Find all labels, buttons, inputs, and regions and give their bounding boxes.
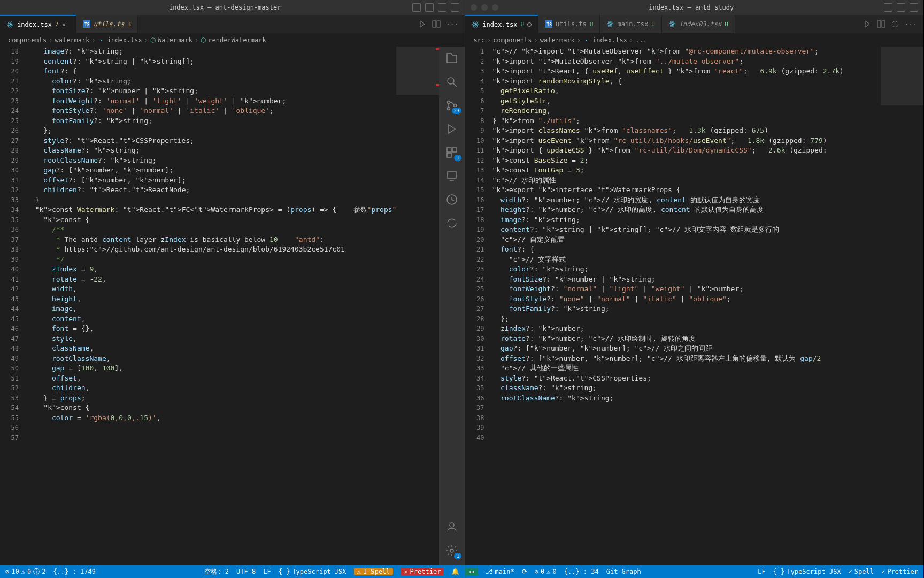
editor-left[interactable]: 1819202122232425262728293031323334353637…	[0, 47, 439, 565]
breadcrumb-item[interactable]: index.tsx	[592, 36, 627, 44]
spaces-item[interactable]: 空格: 2	[204, 567, 229, 576]
breadcrumb-item[interactable]: renderWatermark	[208, 36, 266, 44]
tab-index03-tsx[interactable]: index03.tsxU	[662, 15, 735, 33]
lang-item[interactable]: { } TypeScript JSX	[279, 568, 346, 575]
titlebar-left: index.tsx — ant-design-master	[0, 0, 465, 15]
window-title: index.tsx — ant-design-master	[37, 4, 412, 11]
minimize-window[interactable]	[481, 4, 488, 11]
spell-item[interactable]: ✓ Spell	[849, 568, 874, 575]
svg-point-0	[10, 24, 11, 25]
run-icon[interactable]	[863, 20, 872, 28]
close-icon[interactable]: ×	[62, 21, 70, 28]
sync-item[interactable]: ⟳	[522, 568, 527, 575]
breadcrumb-item[interactable]: index.tsx	[107, 36, 142, 44]
timeline-icon[interactable]	[445, 193, 458, 206]
refresh-icon[interactable]	[445, 217, 458, 230]
account-icon[interactable]	[445, 521, 458, 534]
tab-label: index.tsx	[17, 21, 52, 28]
breadcrumb-item[interactable]: Watermark	[158, 36, 192, 44]
problems-item[interactable]: ⊘ 10 ⚠ 0 ⓘ 2	[5, 567, 45, 576]
statusbar-left: ⊘ 10 ⚠ 0 ⓘ 2 {..} : 1749 空格: 2 UTF-8 LF …	[0, 565, 465, 578]
tab-bar-left: index.tsx 7 × TS utils.ts 3 ···	[0, 15, 465, 34]
settings-icon[interactable]: 1	[445, 544, 458, 557]
statusbar-right: ⟷ ⎇ main* ⟳ ⊘ 0 ⚠ 0 {..} : 34 Git Graph …	[465, 565, 923, 578]
encoding-item[interactable]: UTF-8	[236, 568, 256, 575]
panel-bottom-icon[interactable]	[897, 3, 905, 12]
breadcrumb-left[interactable]: components› watermark› index.tsx› ⬡Water…	[0, 34, 465, 47]
svg-point-19	[450, 549, 453, 552]
panel-bottom-icon[interactable]	[425, 3, 434, 12]
minimap[interactable]	[881, 47, 923, 565]
minimap-error-marker	[436, 48, 439, 50]
left-window: index.tsx — ant-design-master index.tsx …	[0, 0, 465, 578]
customize-layout-icon[interactable]	[451, 3, 459, 12]
maximize-window[interactable]	[492, 4, 498, 11]
panel-left-icon[interactable]	[884, 3, 892, 12]
svg-point-24	[610, 24, 611, 25]
prettier-item[interactable]: ✕ Prettier	[401, 568, 444, 575]
panel-right-icon[interactable]	[438, 3, 446, 12]
split-icon[interactable]	[432, 20, 441, 28]
svg-point-34	[586, 40, 587, 41]
tab-index-tsx[interactable]: index.tsx 7 ×	[0, 15, 76, 33]
notifications-icon[interactable]: 🔔	[451, 568, 459, 575]
breadcrumb-item[interactable]: ...	[635, 36, 647, 44]
tab-utils-ts[interactable]: TSutils.tsU	[538, 15, 600, 33]
more-icon[interactable]: ···	[446, 20, 458, 28]
breadcrumb-right[interactable]: src› components› watermark› index.tsx› .…	[465, 34, 923, 47]
breadcrumb-item[interactable]: src	[473, 36, 485, 44]
code-content[interactable]: "c">// "k">import "t">MutateObserver "k"…	[492, 47, 881, 565]
svg-point-7	[448, 78, 454, 84]
eol-item[interactable]: LF	[758, 568, 765, 575]
svg-rect-32	[877, 21, 881, 27]
close-window[interactable]	[471, 4, 477, 11]
tab-label: utils.ts	[556, 20, 587, 28]
code-content[interactable]: image?: "k">string; content?: "k">string…	[27, 47, 396, 565]
editor-right[interactable]: 1234567891011121314151617181920212223242…	[465, 47, 923, 565]
breadcrumb-item[interactable]: watermark	[540, 36, 575, 44]
remote-item[interactable]: ⟷	[465, 568, 478, 575]
more-icon[interactable]: ···	[905, 20, 917, 28]
gitgraph-item[interactable]: Git Graph	[606, 568, 641, 575]
remote-icon[interactable]	[445, 170, 458, 182]
tab-main-tsx[interactable]: main.tsxU	[600, 15, 661, 33]
cursor-item[interactable]: {..} : 34	[564, 568, 599, 575]
ext-badge: 1	[454, 155, 461, 161]
minimap-error-marker	[436, 84, 439, 86]
json-count[interactable]: {..} : 1749	[53, 568, 95, 575]
problems-item[interactable]: ⊘ 0 ⚠ 0	[535, 568, 557, 575]
settings-badge: 1	[454, 553, 461, 559]
search-icon[interactable]	[445, 75, 458, 88]
tab-badge: U	[590, 21, 594, 28]
svg-point-6	[101, 40, 102, 41]
refresh-icon[interactable]	[891, 20, 899, 28]
scm-icon[interactable]: 23	[445, 99, 458, 112]
scm-badge: 23	[452, 108, 462, 114]
run-icon[interactable]	[418, 20, 427, 28]
tab-utils-ts[interactable]: TS utils.ts 3	[76, 15, 138, 33]
tab-badge: U	[520, 21, 524, 28]
prettier-item[interactable]: ✓ Prettier	[881, 568, 918, 575]
spell-item[interactable]: ⚠ 1 Spell	[354, 568, 394, 575]
svg-line-8	[453, 83, 457, 87]
eol-item[interactable]: LF	[263, 568, 271, 575]
react-icon	[583, 36, 590, 44]
tab-index-tsx[interactable]: index.tsxU	[465, 15, 538, 33]
panel-right-icon[interactable]	[910, 3, 918, 12]
tab-badge: 3	[127, 21, 131, 28]
typescript-icon: TS	[545, 20, 552, 28]
minimap[interactable]	[396, 47, 439, 565]
modified-dot	[527, 22, 532, 27]
breadcrumb-item[interactable]: components	[8, 36, 47, 44]
tab-label: main.tsx	[617, 20, 648, 28]
react-icon	[606, 20, 614, 28]
explorer-icon[interactable]	[445, 52, 458, 65]
debug-icon[interactable]	[445, 123, 458, 135]
breadcrumb-item[interactable]: components	[493, 36, 532, 44]
extensions-icon[interactable]: 1	[445, 146, 458, 159]
branch-item[interactable]: ⎇ main*	[486, 568, 514, 575]
panel-left-icon[interactable]	[412, 3, 421, 12]
breadcrumb-item[interactable]: watermark	[55, 36, 89, 44]
lang-item[interactable]: { } TypeScript JSX	[773, 568, 841, 575]
split-icon[interactable]	[877, 20, 886, 28]
